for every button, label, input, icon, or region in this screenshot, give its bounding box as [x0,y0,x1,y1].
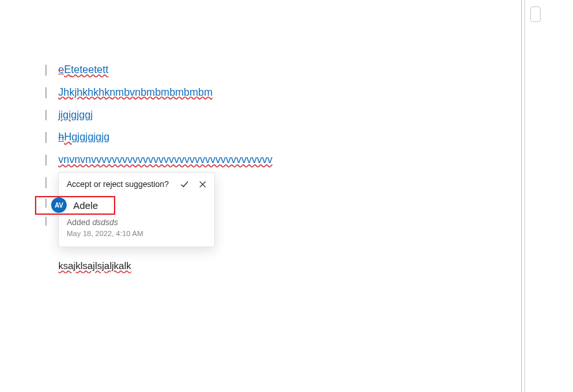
tracked-line[interactable]: jigigjggj [45,109,460,122]
reject-suggestion-button[interactable] [197,179,208,190]
tracked-text-segment[interactable]: teteetett [71,64,109,75]
check-icon [180,180,189,189]
tracked-text-segment[interactable]: h [58,131,64,142]
suggestion-prompt: Accept or reject suggestion? [67,180,179,189]
tracked-line[interactable]: vnvnvnvvvvvvvvvvvvvvvvvvvvvvvvvvvvvvvvvv… [45,153,460,167]
panel-toggle-button[interactable] [530,6,541,22]
change-bar [45,132,47,143]
change-bar [45,87,47,98]
tracked-line[interactable]: hHgjgjgjgjg [45,131,460,144]
tracked-text-segment[interactable]: E [64,64,71,75]
suggestion-card: Accept or reject suggestion? AV Adele Ad… [58,172,215,247]
page-edge [521,0,522,392]
tracked-text-segment[interactable]: vnvnvnvvvvvvvvvvvvvvvvvvvvvvvvvvvvvvvvvv… [58,154,273,165]
suggestion-card-header: Accept or reject suggestion? [59,173,214,195]
suggestion-author-row: AV Adele [51,197,207,213]
change-bar [45,177,47,188]
suggestion-action-value: dsdsds [93,218,118,227]
change-bar [45,110,47,121]
tracked-line[interactable]: eEteteetett [45,63,460,77]
body-paragraph[interactable]: ksajklsajlsjaljkalk [58,260,131,271]
suggestion-action-verb: Added [67,218,90,227]
change-bar [45,155,47,166]
accept-suggestion-button[interactable] [179,179,190,190]
change-bar [45,65,47,76]
change-bar [45,199,47,208]
tracked-text-segment[interactable]: jigigjggj [58,109,93,120]
tracked-text-segment[interactable]: e [58,64,64,75]
suggestion-author-name: Adele [73,200,98,211]
side-panel-divider [524,0,525,392]
close-icon [198,180,207,189]
tracked-text-segment[interactable]: gjgjgjgjg [71,131,109,142]
tracked-text-segment[interactable]: Jhkjhkhkhknmbvnbmbmbmbmbm [58,87,212,98]
document-canvas: eEteteetettJhkjhkhkhknmbvnbmbmbmbmbmjigi… [0,0,522,392]
suggestion-timestamp: May 18, 2022, 4:10 AM [67,230,207,237]
tracked-line[interactable]: Jhkjhkhkhknmbvnbmbmbmbmbm [45,86,460,100]
avatar: AV [51,197,67,213]
change-bar [45,217,47,226]
tracked-text-segment[interactable]: H [64,131,72,142]
suggestion-action: Added dsdsds [67,218,207,227]
